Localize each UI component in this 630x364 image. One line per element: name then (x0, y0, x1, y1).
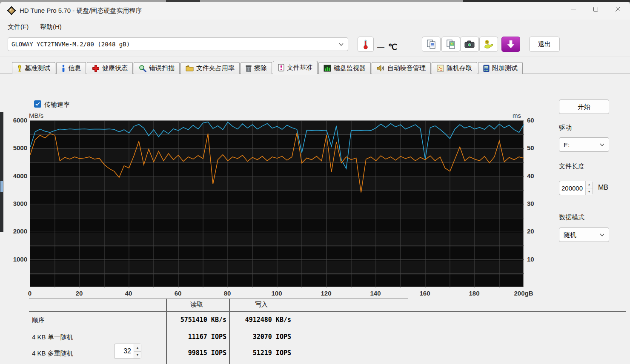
copy-image-button[interactable] (441, 37, 460, 52)
toolbar: GLOWAY YCT2TNVMe-M.2/80 (2048 gB) — ℃ (0, 33, 630, 57)
tab-info[interactable]: 信息 (56, 62, 86, 74)
start-button[interactable]: 开始 (559, 100, 609, 114)
x-axis-tick: 100 (271, 290, 282, 297)
screenshot-button[interactable] (460, 37, 479, 52)
queue-depth-spinner[interactable]: 32 ▲ ▼ (114, 344, 141, 359)
exit-button-label: 退出 (538, 40, 551, 48)
file-length-spinner[interactable]: 200000 ▲ ▼ (559, 181, 593, 195)
x-axis-tick: 180 (469, 290, 479, 297)
tab-erase[interactable]: 擦除 (241, 62, 272, 74)
tab-folder-usage[interactable]: 文件夹占用率 (180, 62, 240, 74)
tab-error-scan[interactable]: 错误扫描 (134, 62, 180, 74)
column-header-write: 写入 (230, 301, 293, 309)
x-axis-tick: 40 (125, 290, 132, 297)
column-header-read: 读取 (167, 301, 226, 309)
title-bar: HD Tune Pro 5.70 - 硬盘/固态硬盘实用程序 (0, 2, 630, 20)
tab-random-access[interactable]: 随机存取 (432, 62, 477, 74)
tab-noise-management[interactable]: 自动噪音管理 (372, 62, 431, 74)
tab-file-benchmark[interactable]: 文件基准 (273, 61, 318, 74)
spin-down-icon[interactable]: ▼ (586, 188, 593, 195)
y-axis-left: 600050004000300020001000 (6, 120, 27, 287)
copy-image-icon (446, 39, 456, 49)
tab-extra-tests[interactable]: 附加测试 (478, 62, 523, 74)
svg-text:$: $ (486, 40, 488, 44)
sequential-write-value: 4912480 KB/s (230, 316, 291, 324)
x-axis-tick: 120 (321, 290, 331, 297)
spin-up-icon[interactable]: ▲ (134, 344, 141, 351)
row-label-sequential: 顺序 (32, 316, 45, 324)
copy-text-icon (426, 39, 436, 49)
table-top-border (29, 299, 408, 299)
menu-file[interactable]: 文件(F) (5, 22, 31, 32)
tab-disk-monitor[interactable]: 磁盘监视器 (318, 62, 371, 74)
spin-down-icon[interactable]: ▼ (134, 351, 141, 359)
row-label-4kb-single-random: 4 KB 单一随机 (32, 333, 73, 341)
y-axis-left-unit: MB/s (29, 112, 43, 119)
y-axis-left-tick: 5000 (6, 144, 27, 151)
background-window-edge-top-right (463, 0, 630, 2)
folder-usage-icon (186, 65, 194, 72)
maximize-button[interactable] (586, 2, 605, 16)
data-mode-label: 数据模式 (559, 213, 584, 222)
download-button[interactable] (501, 37, 520, 52)
x-axis-tick: 160 (419, 290, 430, 297)
x-axis-tick: 0 (28, 290, 32, 297)
minimize-button[interactable] (564, 2, 583, 16)
x-axis: 020406080100120140160180200gB (30, 290, 524, 297)
window-title: HD Tune Pro 5.70 - 硬盘/固态硬盘实用程序 (20, 7, 142, 15)
tab-label: 自动噪音管理 (387, 64, 426, 72)
tab-label: 附加测试 (492, 64, 518, 72)
4kb-multi-write-value: 51219 IOPS (230, 349, 291, 357)
close-icon (616, 7, 620, 11)
app-window: HD Tune Pro 5.70 - 硬盘/固态硬盘实用程序 文件(F) 帮助(… (0, 2, 630, 364)
drive-label: 驱动 (559, 124, 572, 132)
y-axis-right-tick: 50 (527, 144, 534, 151)
tab-label: 错误扫描 (149, 64, 175, 72)
chart-canvas (30, 121, 524, 287)
background-window-edge-top-left (166, 0, 200, 2)
donate-button[interactable]: $ (479, 37, 498, 52)
chevron-down-icon (600, 233, 604, 236)
random-access-icon (437, 65, 444, 72)
spin-up-icon[interactable]: ▲ (586, 181, 593, 188)
x-axis-tick: 20 (76, 290, 83, 297)
data-mode-dropdown[interactable]: 随机 (559, 228, 609, 242)
exit-button[interactable]: 退出 (529, 37, 560, 52)
close-button[interactable] (608, 2, 627, 16)
tab-label: 信息 (68, 64, 81, 72)
y-axis-right-tick: 10 (527, 256, 534, 263)
queue-depth-value: 32 (115, 347, 134, 355)
error-scan-icon (139, 65, 146, 72)
info-icon (61, 65, 66, 72)
background-scrollbar-thumb (0, 181, 3, 192)
drive-dropdown-value: E: (564, 141, 570, 148)
disk-monitor-icon (324, 65, 331, 72)
y-axis-left-tick: 3000 (6, 200, 27, 207)
file-length-unit: MB (598, 184, 608, 191)
sequential-read-value: 5751410 KB/s (167, 316, 226, 324)
row-label-4kb-multi-random: 4 KB 多重随机 (32, 350, 73, 358)
minimize-icon (571, 7, 576, 11)
transfer-rate-checkbox[interactable] (34, 100, 41, 108)
tab-bar: 基准测试 信息 健康状态 错误扫描 文件夹占用率 擦除 文件基准 磁盘监视器 (12, 61, 524, 74)
y-axis-right: 605040302010 (527, 120, 546, 287)
download-icon (507, 40, 515, 48)
y-axis-left-tick: 4000 (6, 172, 27, 179)
tab-health-status[interactable]: 健康状态 (87, 62, 133, 74)
tab-benchmark[interactable]: 基准测试 (12, 62, 55, 74)
app-logo-icon (7, 6, 16, 15)
tab-label: 文件基准 (287, 64, 312, 72)
noise-management-icon (377, 65, 385, 72)
menu-bar: 文件(F) 帮助(H) (0, 20, 630, 33)
background-window-edge-left (0, 112, 3, 232)
maximize-icon (593, 7, 598, 11)
menu-help[interactable]: 帮助(H) (37, 22, 64, 32)
drive-selector[interactable]: GLOWAY YCT2TNVMe-M.2/80 (2048 gB) (8, 37, 348, 51)
tab-label: 随机存取 (447, 64, 472, 72)
transfer-rate-label: 传输速率 (44, 101, 70, 109)
drive-dropdown[interactable]: E: (559, 137, 609, 152)
copy-text-button[interactable] (422, 37, 441, 52)
y-axis-right-tick: 40 (527, 172, 534, 179)
tab-label: 基准测试 (25, 64, 50, 72)
temperature-button[interactable] (358, 37, 374, 52)
